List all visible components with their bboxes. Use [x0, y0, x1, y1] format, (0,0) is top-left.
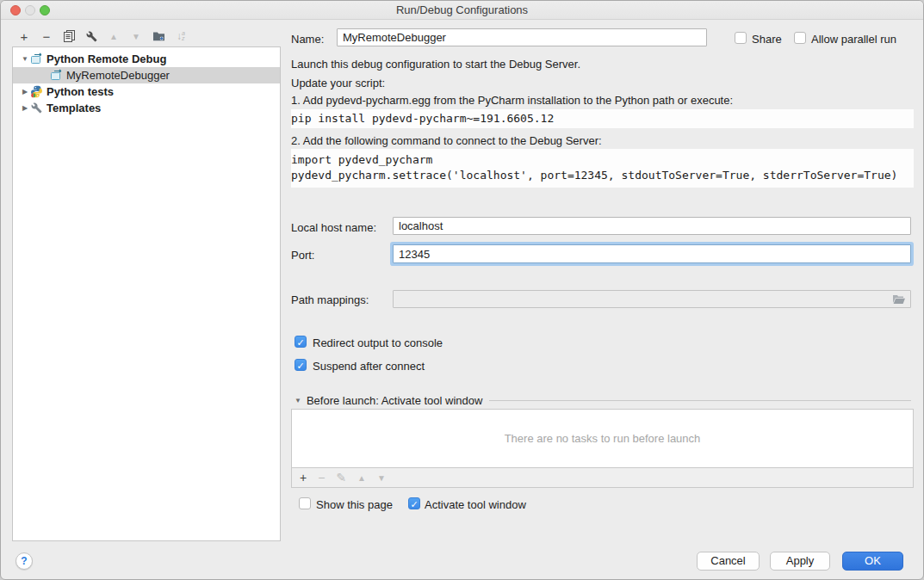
- up-arrow-icon: ▲: [357, 473, 366, 483]
- path-mappings-label: Path mappings:: [291, 293, 369, 306]
- step-1-text: 1. Add pydevd-pycharm.egg from the PyCha…: [291, 94, 733, 107]
- plus-icon: +: [300, 471, 307, 484]
- share-checkbox[interactable]: [735, 32, 747, 44]
- edit-task-button[interactable]: ✎: [336, 471, 346, 484]
- port-input[interactable]: [393, 244, 911, 263]
- edit-templates-button[interactable]: [82, 26, 101, 46]
- window-title: Run/Debug Configurations: [1, 1, 923, 19]
- wrench-icon: [86, 31, 97, 42]
- run-debug-configurations-dialog: Run/Debug Configurations + − ▲ ▼ ↓ az ▼: [0, 0, 924, 580]
- before-launch-title: Before launch: Activate tool window: [307, 394, 483, 407]
- down-arrow-icon: ▼: [377, 473, 386, 483]
- create-folder-button[interactable]: [149, 26, 168, 46]
- apply-button[interactable]: Apply: [770, 552, 830, 571]
- tree-item-label: Templates: [47, 102, 101, 114]
- add-task-button[interactable]: +: [300, 471, 307, 484]
- move-task-down-button[interactable]: ▼: [377, 473, 386, 483]
- local-host-name-label: Local host name:: [291, 221, 376, 234]
- down-arrow-icon: ▼: [132, 32, 140, 41]
- name-label: Name:: [291, 33, 324, 46]
- configurations-toolbar: + − ▲ ▼ ↓ az: [15, 26, 190, 46]
- minimize-window-button[interactable]: [25, 5, 35, 15]
- move-up-button[interactable]: ▲: [104, 26, 123, 46]
- show-this-page-checkbox[interactable]: [299, 497, 311, 509]
- description-line-2: Update your script:: [291, 77, 385, 89]
- collapsed-arrow-icon[interactable]: ▶: [20, 88, 30, 96]
- minus-icon: −: [43, 29, 51, 44]
- activate-tool-window-checkbox[interactable]: ✓: [408, 497, 420, 509]
- settrace-code: import pydevd_pycharm pydevd_pycharm.set…: [291, 149, 914, 188]
- allow-parallel-run-checkbox[interactable]: [794, 32, 806, 44]
- new-folder-icon: [152, 31, 165, 42]
- title-bar: Run/Debug Configurations: [1, 1, 923, 20]
- suspend-after-connect-label[interactable]: Suspend after connect: [313, 360, 425, 373]
- tree-item-python-tests[interactable]: ▶ Python tests: [13, 83, 280, 100]
- settrace-code-line-2: pydevd_pycharm.settrace('localhost', por…: [291, 168, 914, 183]
- port-label: Port:: [291, 249, 314, 262]
- suspend-after-connect-checkbox[interactable]: ✓: [295, 359, 307, 371]
- remote-debug-icon: [30, 52, 43, 65]
- path-mappings-field[interactable]: [393, 290, 911, 308]
- up-arrow-icon: ▲: [109, 32, 118, 41]
- pip-install-code: pip install pydevd-pycharm~=191.6605.12: [291, 109, 914, 128]
- section-separator: [489, 400, 911, 401]
- zoom-window-button[interactable]: [40, 5, 50, 15]
- expanded-arrow-icon[interactable]: ▼: [20, 55, 30, 63]
- tree-item-label: Python Remote Debug: [47, 52, 166, 65]
- remote-debug-icon: [50, 69, 63, 82]
- before-launch-toolbar: + − ✎ ▲ ▼: [291, 468, 914, 488]
- move-down-button[interactable]: ▼: [127, 26, 146, 46]
- before-launch-task-list: There are no tasks to run before launch: [291, 409, 914, 468]
- minus-icon: −: [318, 471, 325, 484]
- sort-configurations-button[interactable]: ↓ az: [171, 26, 190, 46]
- cancel-button[interactable]: Cancel: [697, 552, 760, 571]
- help-icon: ?: [21, 555, 27, 567]
- empty-task-list-text: There are no tasks to run before launch: [505, 432, 701, 445]
- local-host-name-input[interactable]: [393, 217, 911, 235]
- move-task-up-button[interactable]: ▲: [357, 473, 366, 483]
- activate-tool-window-label[interactable]: Activate tool window: [425, 498, 526, 511]
- share-label[interactable]: Share: [752, 33, 782, 46]
- tree-item-python-remote-debug[interactable]: ▼ Python Remote Debug: [13, 51, 280, 67]
- tree-item-myremotedebugger[interactable]: MyRemoteDebugger: [13, 67, 280, 83]
- tree-item-label: Python tests: [47, 85, 114, 98]
- collapsed-arrow-icon[interactable]: ▶: [20, 104, 30, 112]
- allow-parallel-run-label[interactable]: Allow parallel run: [811, 33, 896, 46]
- tree-item-templates[interactable]: ▶ Templates: [13, 100, 280, 116]
- add-configuration-button[interactable]: +: [15, 26, 34, 46]
- ok-button[interactable]: OK: [842, 552, 903, 571]
- copy-configuration-button[interactable]: [59, 26, 78, 46]
- pencil-icon: ✎: [336, 471, 346, 484]
- sort-alphabetically-icon: ↓ az: [177, 30, 185, 42]
- settrace-code-line-1: import pydevd_pycharm: [291, 152, 914, 168]
- redirect-output-label[interactable]: Redirect output to console: [313, 336, 443, 349]
- step-2-text: 2. Add the following command to connect …: [291, 134, 602, 147]
- plus-icon: +: [21, 29, 28, 44]
- show-this-page-label[interactable]: Show this page: [316, 498, 393, 511]
- python-tests-icon: [30, 85, 43, 98]
- remove-task-button[interactable]: −: [318, 471, 325, 484]
- copy-icon: [64, 30, 75, 42]
- tree-item-label: MyRemoteDebugger: [66, 69, 170, 82]
- description-line-1: Launch this debug configuration to start…: [291, 58, 580, 71]
- browse-folder-icon[interactable]: [892, 294, 906, 305]
- collapse-section-icon[interactable]: ▼: [295, 397, 301, 404]
- help-button[interactable]: ?: [16, 552, 33, 570]
- before-launch-header[interactable]: ▼ Before launch: Activate tool window: [295, 394, 911, 407]
- redirect-output-checkbox[interactable]: ✓: [295, 336, 307, 348]
- name-input[interactable]: [337, 28, 707, 46]
- configurations-tree: ▼ Python Remote Debug MyRemoteDebugger ▶…: [12, 46, 281, 541]
- remove-configuration-button[interactable]: −: [37, 26, 56, 46]
- templates-wrench-icon: [30, 102, 43, 114]
- close-window-button[interactable]: [10, 5, 21, 15]
